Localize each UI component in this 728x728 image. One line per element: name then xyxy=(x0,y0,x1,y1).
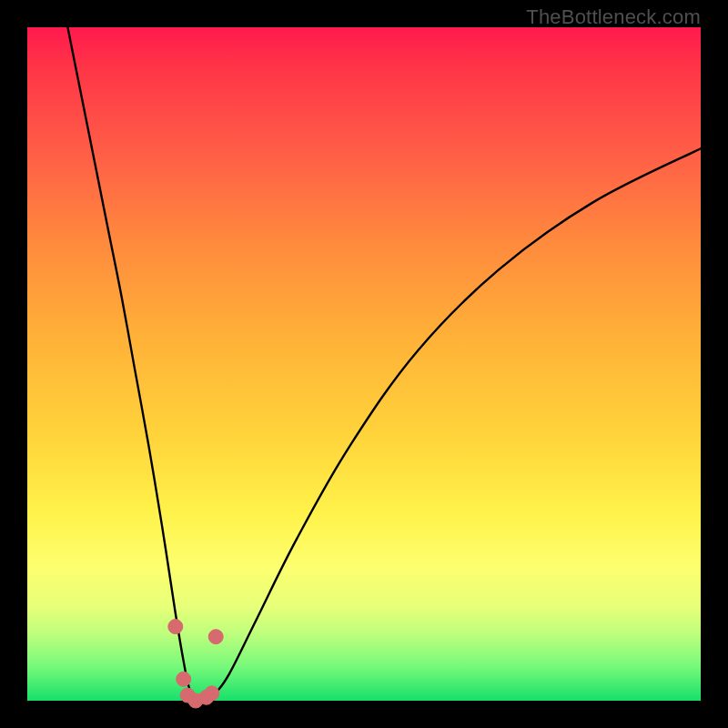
chart-frame: TheBottleneck.com xyxy=(0,0,728,728)
marker-group xyxy=(168,620,223,708)
marker-point xyxy=(168,620,183,634)
bottleneck-curve xyxy=(67,27,701,702)
plot-area xyxy=(27,27,701,701)
marker-point xyxy=(177,672,191,686)
marker-point xyxy=(208,630,223,644)
curve-layer xyxy=(27,27,701,701)
attribution-text: TheBottleneck.com xyxy=(526,5,701,29)
marker-point xyxy=(205,686,219,701)
